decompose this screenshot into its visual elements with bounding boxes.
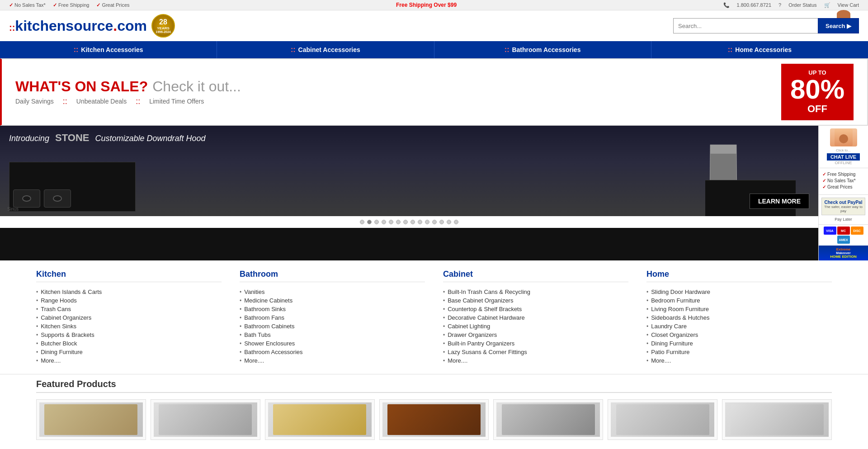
patio-furniture-link[interactable]: Patio Furniture bbox=[651, 349, 689, 355]
nav-bathroom-accessories[interactable]: :: Bathroom Accessories bbox=[434, 41, 651, 58]
nav-cabinet-accessories[interactable]: :: Cabinet Accessories bbox=[217, 41, 434, 58]
decorative-hardware-link[interactable]: Decorative Cabinet Hardware bbox=[448, 314, 525, 321]
home-more-link[interactable]: More.... bbox=[651, 357, 671, 364]
dot-14[interactable] bbox=[454, 220, 458, 224]
range-hoods-link[interactable]: Range Hoods bbox=[41, 297, 77, 304]
countertop-brackets-link[interactable]: Countertop & Shelf Brackets bbox=[448, 306, 522, 312]
bathroom-cabinets-link[interactable]: Bathroom Cabinets bbox=[244, 323, 294, 330]
list-item: Bath Tubs bbox=[240, 331, 425, 339]
dot-8[interactable] bbox=[410, 220, 415, 224]
medicine-cabinets-link[interactable]: Medicine Cabinets bbox=[244, 297, 292, 304]
visa-badge: VISA bbox=[824, 227, 836, 235]
paypal-box[interactable]: Check out PayPal The safer, easier way t… bbox=[821, 198, 865, 215]
dot-5[interactable] bbox=[389, 220, 393, 224]
phone-icon: 📞 bbox=[723, 2, 730, 8]
list-item: Bathroom Sinks bbox=[240, 305, 425, 313]
drawer-organizers-link[interactable]: Drawer Organizers bbox=[448, 331, 497, 338]
dot-2[interactable] bbox=[367, 220, 372, 224]
bedroom-furniture-link[interactable]: Bedroom Furniture bbox=[651, 297, 700, 304]
built-in-trash-link[interactable]: Built-In Trash Cans & Recycling bbox=[448, 288, 530, 295]
discover-badge: DISC bbox=[851, 227, 863, 235]
kitchen-more-link[interactable]: More.... bbox=[41, 357, 61, 364]
bath-tubs-link[interactable]: Bath Tubs bbox=[244, 331, 271, 338]
laundry-care-link[interactable]: Laundry Care bbox=[651, 323, 687, 330]
dot-11[interactable] bbox=[432, 220, 437, 224]
check-icon2: ✓ bbox=[53, 2, 57, 8]
home-title: Home bbox=[646, 269, 832, 282]
paypal-later[interactable]: Pay Later bbox=[821, 217, 865, 222]
pantry-organizers-link[interactable]: Built-in Pantry Organizers bbox=[448, 340, 514, 347]
living-room-link[interactable]: Living Room Furniture bbox=[651, 306, 709, 312]
bathroom-sinks-link[interactable]: Bathroom Sinks bbox=[244, 306, 286, 312]
hero-logo-watermark: Sirius bbox=[7, 207, 19, 212]
vanities-link[interactable]: Vanities bbox=[244, 288, 264, 295]
product-thumb-2[interactable] bbox=[151, 399, 260, 440]
closet-organizers-link[interactable]: Closet Organizers bbox=[651, 331, 698, 338]
logo[interactable]: ::kitchensource.com bbox=[9, 18, 147, 34]
dot-10[interactable] bbox=[425, 220, 429, 224]
sale-percent: 80% bbox=[790, 76, 844, 103]
product-thumb-7[interactable] bbox=[722, 399, 832, 440]
nav-kitchen-accessories[interactable]: :: Kitchen Accessories bbox=[0, 41, 217, 58]
supports-brackets-link[interactable]: Supports & Brackets bbox=[41, 331, 94, 338]
product-image-5 bbox=[496, 402, 600, 437]
dot-1[interactable] bbox=[360, 220, 364, 224]
cabinet-more-link[interactable]: More.... bbox=[448, 357, 467, 364]
product-thumb-4[interactable] bbox=[379, 399, 489, 440]
search-button[interactable]: Search ▶ bbox=[818, 18, 859, 33]
product-thumb-1[interactable] bbox=[36, 399, 146, 440]
list-item: More.... bbox=[443, 356, 628, 365]
logo-dot: . bbox=[113, 18, 117, 34]
product-thumb-5[interactable] bbox=[493, 399, 603, 440]
learn-more-button[interactable]: LEARN MORE bbox=[750, 194, 809, 209]
sale-right[interactable]: UP TO 80% OFF bbox=[781, 64, 854, 120]
lazy-susans-link[interactable]: Lazy Susans & Corner Fittings bbox=[448, 349, 527, 355]
dining-furniture-home-link[interactable]: Dining Furniture bbox=[651, 340, 693, 347]
dot-7[interactable] bbox=[403, 220, 408, 224]
hero-sidebar: Click to... CHAT LIVE OFFLINE ✓ Free Shi… bbox=[818, 126, 868, 260]
sliding-door-link[interactable]: Sliding Door Hardware bbox=[651, 288, 710, 295]
dot-6[interactable] bbox=[396, 220, 401, 224]
shower-enclosures-link[interactable]: Shower Enclosures bbox=[244, 340, 295, 347]
hero-dots bbox=[0, 216, 818, 228]
chat-live-button[interactable]: Click to... CHAT LIVE OFFLINE bbox=[819, 126, 868, 168]
home-list: Sliding Door Hardware Bedroom Furniture … bbox=[646, 288, 832, 365]
dot-9[interactable] bbox=[418, 220, 422, 224]
dot-13[interactable] bbox=[447, 220, 451, 224]
kitchen-islands-link[interactable]: Kitchen Islands & Carts bbox=[41, 288, 102, 295]
bathroom-fans-link[interactable]: Bathroom Fans bbox=[244, 314, 284, 321]
hero-image: Introducing STONE Customizable Downdraft… bbox=[0, 126, 818, 216]
cabinet-organizers-link[interactable]: Cabinet Organizers bbox=[41, 314, 91, 321]
dot-12[interactable] bbox=[439, 220, 444, 224]
list-item: Built-in Pantry Organizers bbox=[443, 339, 628, 348]
bathroom-more-link[interactable]: More.... bbox=[244, 357, 264, 364]
dining-furniture-kitchen-link[interactable]: Dining Furniture bbox=[41, 349, 83, 355]
order-status-link[interactable]: Order Status bbox=[788, 2, 816, 8]
benefit-great-prices: ✓ Great Prices bbox=[822, 184, 864, 189]
search-input[interactable] bbox=[673, 18, 818, 33]
bathroom-accessories-link[interactable]: Bathroom Accessories bbox=[244, 349, 302, 355]
cart-icon: 🛒 bbox=[824, 2, 830, 8]
view-cart-link[interactable]: View Cart bbox=[838, 2, 859, 8]
product-thumb-3[interactable] bbox=[265, 399, 375, 440]
base-cabinet-link[interactable]: Base Cabinet Organizers bbox=[448, 297, 513, 304]
paypal-sub: The safer, easier way to pay bbox=[824, 205, 863, 213]
dot-divider-2: :: bbox=[136, 97, 140, 106]
cabinet-lighting-link[interactable]: Cabinet Lighting bbox=[448, 323, 490, 330]
dot-4[interactable] bbox=[382, 220, 386, 224]
benefit-free-shipping: ✓ Free Shipping bbox=[822, 172, 864, 177]
trash-cans-link[interactable]: Trash Cans bbox=[41, 306, 71, 312]
sideboards-link[interactable]: Sideboards & Hutches bbox=[651, 314, 709, 321]
list-item: Dining Furniture bbox=[36, 348, 222, 356]
logo-kitchen: kitchensource bbox=[15, 18, 113, 34]
chat-click-text: Click to... bbox=[836, 148, 851, 152]
list-item: Bedroom Furniture bbox=[646, 296, 832, 305]
list-item: Medicine Cabinets bbox=[240, 296, 425, 305]
dot-3[interactable] bbox=[374, 220, 379, 224]
nav-home-accessories[interactable]: :: Home Accessories bbox=[651, 41, 868, 58]
main-nav: :: Kitchen Accessories :: Cabinet Access… bbox=[0, 41, 868, 58]
product-thumb-6[interactable] bbox=[608, 399, 717, 440]
kitchen-sinks-link[interactable]: Kitchen Sinks bbox=[41, 323, 76, 330]
butcher-block-link[interactable]: Butcher Block bbox=[41, 340, 77, 347]
featured-section: Featured Products bbox=[0, 374, 868, 449]
